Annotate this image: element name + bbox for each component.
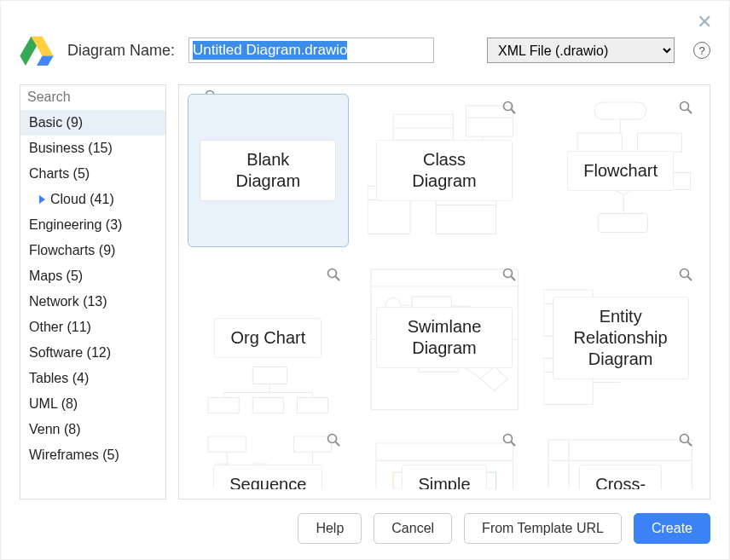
svg-rect-20 [595, 102, 646, 119]
cat-other[interactable]: Other (11) [20, 315, 165, 340]
svg-line-72 [335, 442, 339, 447]
svg-point-30 [681, 102, 689, 111]
template-label: Cross- [579, 465, 662, 489]
svg-marker-1 [37, 56, 54, 66]
category-label: Software (12) [29, 345, 111, 361]
svg-point-71 [327, 435, 336, 443]
svg-rect-33 [208, 398, 239, 413]
svg-line-31 [688, 110, 692, 114]
template-label: Swimlane Diagram [376, 307, 513, 368]
tpl-swimlane[interactable]: Swimlane Diagram [364, 261, 525, 414]
cat-venn[interactable]: Venn (8) [20, 417, 165, 442]
zoom-preview-icon[interactable] [679, 268, 692, 285]
template-label: Simple [402, 465, 486, 489]
cancel-button[interactable]: Cancel [374, 513, 452, 544]
svg-point-79 [504, 435, 513, 443]
cat-network[interactable]: Network (13) [20, 289, 165, 315]
svg-line-87 [688, 442, 692, 447]
category-label: Flowcharts (9) [29, 243, 115, 258]
tpl-orgchart[interactable]: Org Chart [188, 261, 349, 414]
category-label: Engineering (3) [29, 217, 122, 233]
cat-basic[interactable]: Basic (9) [20, 110, 165, 136]
diagram-name-input[interactable]: Untitled Diagram.drawio [188, 38, 434, 63]
category-label: Maps (5) [29, 268, 83, 284]
new-diagram-dialog: ✕ Diagram Name: Untitled Diagram.drawio … [0, 0, 730, 560]
zoom-preview-icon[interactable] [502, 101, 516, 118]
zoom-preview-icon[interactable] [502, 433, 516, 450]
dialog-body: Basic (9)Business (15)Charts (5)Cloud (4… [20, 84, 710, 499]
svg-line-19 [512, 110, 516, 114]
cat-tables[interactable]: Tables (4) [20, 366, 165, 391]
zoom-preview-icon[interactable] [327, 433, 340, 450]
category-label: Wireframes (5) [29, 447, 119, 463]
svg-rect-35 [297, 398, 327, 413]
svg-point-86 [681, 435, 689, 443]
template-label: Class Diagram [376, 140, 513, 201]
template-label: Org Chart [214, 318, 322, 358]
diagram-name-label: Diagram Name: [67, 42, 175, 60]
zoom-preview-icon[interactable] [679, 433, 692, 450]
cat-uml[interactable]: UML (8) [20, 391, 165, 417]
svg-point-61 [681, 269, 689, 278]
category-label: Other (11) [29, 320, 91, 335]
zoom-preview-icon[interactable] [502, 268, 516, 285]
category-label: Cloud (41) [50, 192, 114, 207]
cat-software[interactable]: Software (12) [20, 340, 165, 366]
diagram-name-value: Untitled Diagram.drawio [193, 41, 347, 60]
dialog-header: Diagram Name: Untitled Diagram.drawio XM… [20, 35, 710, 66]
tpl-cross[interactable]: Cross- [540, 428, 701, 489]
file-format-select[interactable]: XML File (.drawio) [487, 38, 675, 63]
category-label: Tables (4) [29, 371, 89, 386]
zoom-preview-icon[interactable] [679, 101, 692, 118]
zoom-preview-icon[interactable] [327, 268, 340, 285]
tpl-blank[interactable]: Blank Diagram [188, 94, 349, 247]
svg-point-53 [504, 269, 513, 278]
template-label: Flowchart [567, 151, 674, 191]
svg-point-40 [327, 269, 336, 278]
svg-rect-34 [252, 398, 283, 413]
svg-line-54 [512, 277, 516, 281]
category-sidebar: Basic (9)Business (15)Charts (5)Cloud (4… [20, 84, 166, 499]
category-list: Basic (9)Business (15)Charts (5)Cloud (4… [20, 110, 165, 499]
svg-rect-63 [208, 436, 246, 452]
template-label: Blank Diagram [200, 140, 336, 201]
svg-line-62 [688, 277, 692, 281]
from-template-url-button[interactable]: From Template URL [464, 513, 622, 544]
cat-flowcharts[interactable]: Flowcharts (9) [20, 238, 165, 263]
svg-rect-25 [599, 214, 648, 233]
category-label: Venn (8) [29, 422, 80, 437]
cat-wireframes[interactable]: Wireframes (5) [20, 442, 165, 468]
close-icon[interactable]: ✕ [697, 13, 712, 32]
template-grid: Blank DiagramClass DiagramFlowchartOrg C… [188, 94, 701, 489]
cat-charts[interactable]: Charts (5) [20, 161, 165, 187]
template-label: Sequence [213, 465, 322, 489]
category-label: Business (15) [29, 141, 113, 156]
svg-rect-21 [577, 133, 622, 152]
dialog-footer: Help Cancel From Template URL Create [20, 499, 710, 544]
cat-maps[interactable]: Maps (5) [20, 263, 165, 289]
tpl-class[interactable]: Class Diagram [364, 94, 525, 247]
cat-business[interactable]: Business (15) [20, 136, 165, 161]
svg-line-80 [512, 442, 516, 447]
tpl-erd[interactable]: Entity Relationship Diagram [540, 261, 701, 414]
category-label: UML (8) [29, 396, 78, 412]
create-button[interactable]: Create [634, 513, 710, 544]
template-pane: Blank DiagramClass DiagramFlowchartOrg C… [178, 84, 710, 499]
cat-engineering[interactable]: Engineering (3) [20, 212, 165, 238]
svg-rect-32 [252, 367, 287, 384]
search-row [20, 85, 165, 110]
help-icon[interactable]: ? [693, 42, 710, 59]
help-button[interactable]: Help [298, 513, 362, 544]
category-label: Charts (5) [29, 166, 90, 182]
tpl-sequence[interactable]: ObjectObjectSequence [188, 428, 349, 489]
google-drive-icon [20, 35, 54, 66]
svg-rect-22 [638, 133, 682, 152]
category-label: Basic (9) [29, 115, 83, 130]
cat-cloud[interactable]: Cloud (41) [20, 187, 165, 212]
category-label: Network (13) [29, 294, 107, 309]
tpl-flowchart[interactable]: Flowchart [540, 94, 701, 247]
tpl-simple[interactable]: Simple [364, 428, 525, 489]
svg-point-18 [504, 102, 513, 111]
expand-icon[interactable] [39, 195, 45, 204]
search-input[interactable] [26, 89, 200, 106]
